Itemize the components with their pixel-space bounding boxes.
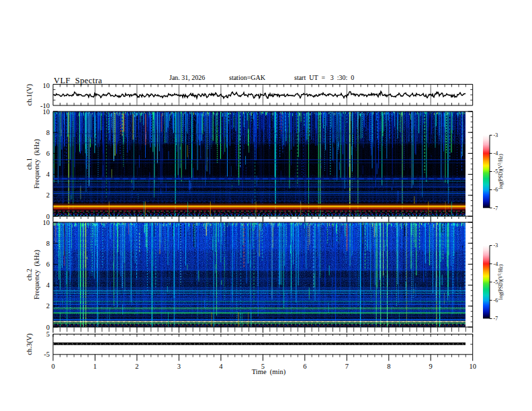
svg-text:start UT = 3 :30: 0: start UT = 3 :30: 0 [294,74,354,81]
svg-text:log(PSD)(V2/Hz): log(PSD)(V2/Hz) [497,264,504,300]
svg-text:2: 2 [46,302,50,310]
svg-text:4: 4 [46,281,50,289]
svg-text:log(PSD)(V2/Hz): log(PSD)(V2/Hz) [497,154,504,189]
svg-text:3: 3 [177,363,181,370]
svg-text:0: 0 [51,363,54,370]
svg-text:-7: -7 [494,316,498,322]
svg-text:Frequency (kHz): Frequency (kHz) [33,138,41,189]
svg-text:4: 4 [46,171,50,178]
svg-text:5: 5 [46,330,50,338]
svg-text:-3: -3 [494,132,498,138]
svg-text:6: 6 [303,363,306,370]
svg-text:1: 1 [93,363,97,370]
svg-text:2: 2 [46,191,50,199]
svg-text:ch.3(V): ch.3(V) [26,333,34,355]
svg-text:6: 6 [46,150,50,157]
svg-text:Jan. 31, 2026: Jan. 31, 2026 [169,74,205,81]
svg-text:8: 8 [387,363,390,370]
svg-text:Frequency (kHz): Frequency (kHz) [33,249,41,300]
svg-text:7: 7 [345,363,349,370]
svg-text:ch.1: ch.1 [26,158,33,170]
svg-text:10: 10 [469,363,476,370]
svg-text:10: 10 [43,108,50,116]
svg-text:6: 6 [46,261,50,268]
svg-text:Time (min): Time (min) [252,368,286,376]
svg-text:-3: -3 [494,242,498,248]
svg-text:9: 9 [429,363,433,370]
svg-text:-5: -5 [44,351,50,358]
svg-text:4: 4 [219,363,223,370]
svg-text:8: 8 [46,129,50,136]
svg-text:-7: -7 [494,205,498,212]
svg-text:2: 2 [135,363,138,370]
svg-text:station=GAK: station=GAK [229,74,266,81]
svg-text:VLF Spectra: VLF Spectra [54,76,102,85]
svg-text:ch.2: ch.2 [26,269,33,281]
svg-text:8: 8 [46,240,50,247]
svg-text:10: 10 [43,82,50,89]
svg-text:10: 10 [43,219,50,226]
svg-text:ch.1(V): ch.1(V) [26,84,34,106]
